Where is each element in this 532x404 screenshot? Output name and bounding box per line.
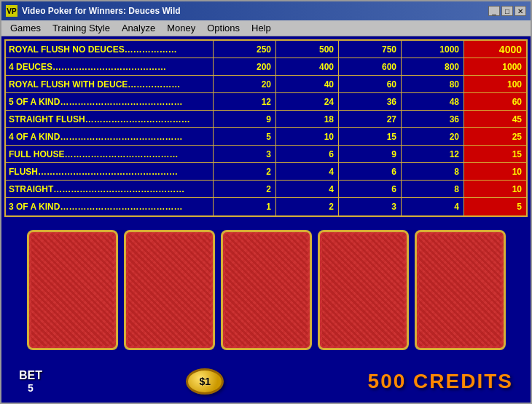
pay-row: ROYAL FLUSH NO DEUCES………………2505007501000… <box>6 41 526 58</box>
hand-name: 4 DEUCES………………………………… <box>6 58 214 75</box>
pay-col: 1000 <box>464 58 526 75</box>
pay-table: ROYAL FLUSH NO DEUCES………………2505007501000… <box>4 39 528 217</box>
pay-col: 600 <box>339 58 402 75</box>
pay-row: STRAIGHT………………………………………246810 <box>6 181 526 198</box>
pay-col: 5 <box>464 198 526 215</box>
pay-col: 15 <box>464 146 526 162</box>
cards-area <box>4 217 528 363</box>
pay-col: 36 <box>339 93 402 110</box>
pay-row: FULL HOUSE…………………………………3691215 <box>6 146 526 163</box>
pay-col: 6 <box>276 146 339 162</box>
pay-col: 12 <box>402 146 464 162</box>
main-window: VP Video Poker for Winners: Deuces Wild … <box>0 0 532 404</box>
card-3[interactable] <box>221 230 312 350</box>
hand-name: 3 OF A KIND…………………………………… <box>6 198 214 215</box>
menu-money[interactable]: Money <box>161 21 201 35</box>
pay-col: 2 <box>214 181 276 197</box>
pay-col: 1 <box>214 198 276 215</box>
pay-col: 80 <box>402 76 464 92</box>
pay-col: 4 <box>276 181 339 197</box>
title-bar: VP Video Poker for Winners: Deuces Wild … <box>1 1 531 20</box>
hand-name: FLUSH………………………………………… <box>6 163 214 180</box>
pay-row: 4 DEUCES…………………………………2004006008001000 <box>6 58 526 76</box>
pay-col: 500 <box>276 41 339 58</box>
card-2[interactable] <box>124 230 215 350</box>
pay-col: 9 <box>339 146 402 162</box>
pay-col: 9 <box>214 111 276 127</box>
game-area: ROYAL FLUSH NO DEUCES………………2505007501000… <box>1 36 531 403</box>
pay-col: 800 <box>402 58 464 75</box>
pay-col: 36 <box>402 111 464 127</box>
bottom-bar: BET 5 $1 500 CREDITS <box>4 363 528 400</box>
pay-row: 4 OF A KIND……………………………………510152025 <box>6 128 526 146</box>
pay-col: 4000 <box>464 41 526 58</box>
close-button[interactable]: ✕ <box>515 6 526 16</box>
hand-name: STRAIGHT FLUSH……………………………… <box>6 111 214 127</box>
hand-name: ROYAL FLUSH WITH DEUCE……………… <box>6 76 214 92</box>
pay-col: 12 <box>214 93 276 110</box>
menu-help[interactable]: Help <box>246 21 277 35</box>
pay-row: FLUSH…………………………………………246810 <box>6 163 526 181</box>
bet-display: BET 5 <box>19 369 42 394</box>
credits-display: 500 CREDITS <box>368 370 513 393</box>
menu-training-style[interactable]: Training Style <box>47 21 116 35</box>
card-1[interactable] <box>27 230 118 350</box>
pay-col: 3 <box>339 198 402 215</box>
pay-col: 60 <box>464 93 526 110</box>
pay-col: 20 <box>214 76 276 92</box>
pay-col: 3 <box>214 146 276 162</box>
hand-name: ROYAL FLUSH NO DEUCES……………… <box>6 41 214 58</box>
pay-col: 60 <box>339 76 402 92</box>
pay-row: 5 OF A KIND……………………………………1224364860 <box>6 93 526 111</box>
hand-name: STRAIGHT……………………………………… <box>6 181 214 197</box>
bet-amount: 5 <box>28 382 34 394</box>
pay-col: 20 <box>402 128 464 145</box>
pay-row: 3 OF A KIND……………………………………12345 <box>6 198 526 215</box>
pay-col: 400 <box>276 58 339 75</box>
pay-col: 25 <box>464 128 526 145</box>
pay-col: 10 <box>464 181 526 197</box>
pay-col: 48 <box>402 93 464 110</box>
coin-button[interactable]: $1 <box>186 368 224 395</box>
pay-col: 4 <box>402 198 464 215</box>
pay-col: 27 <box>339 111 402 127</box>
pay-col: 2 <box>214 163 276 180</box>
pay-col: 18 <box>276 111 339 127</box>
window-title: Video Poker for Winners: Deuces Wild <box>22 6 488 16</box>
pay-col: 750 <box>339 41 402 58</box>
pay-col: 2 <box>276 198 339 215</box>
menu-analyze[interactable]: Analyze <box>116 21 161 35</box>
window-controls: _ □ ✕ <box>488 6 526 16</box>
pay-col: 6 <box>339 163 402 180</box>
menu-games[interactable]: Games <box>4 21 47 35</box>
pay-col: 4 <box>276 163 339 180</box>
pay-col: 8 <box>402 163 464 180</box>
pay-col: 15 <box>339 128 402 145</box>
pay-row: ROYAL FLUSH WITH DEUCE………………20406080100 <box>6 76 526 93</box>
menu-options[interactable]: Options <box>201 21 246 35</box>
pay-col: 10 <box>464 163 526 180</box>
bet-label: BET <box>19 369 42 382</box>
pay-col: 6 <box>339 181 402 197</box>
menu-bar: Games Training Style Analyze Money Optio… <box>1 20 531 36</box>
minimize-button[interactable]: _ <box>488 6 500 16</box>
pay-col: 200 <box>214 58 276 75</box>
card-4[interactable] <box>318 230 409 350</box>
pay-col: 250 <box>214 41 276 58</box>
app-icon: VP <box>6 5 17 17</box>
hand-name: 5 OF A KIND…………………………………… <box>6 93 214 110</box>
pay-col: 45 <box>464 111 526 127</box>
pay-col: 24 <box>276 93 339 110</box>
hand-name: FULL HOUSE………………………………… <box>6 146 214 162</box>
pay-col: 10 <box>276 128 339 145</box>
pay-col: 5 <box>214 128 276 145</box>
maximize-button[interactable]: □ <box>501 6 513 16</box>
hand-name: 4 OF A KIND…………………………………… <box>6 128 214 145</box>
pay-row: STRAIGHT FLUSH………………………………918273645 <box>6 111 526 128</box>
pay-col: 100 <box>464 76 526 92</box>
card-5[interactable] <box>415 230 506 350</box>
pay-col: 8 <box>402 181 464 197</box>
pay-col: 40 <box>276 76 339 92</box>
pay-col: 1000 <box>402 41 464 58</box>
